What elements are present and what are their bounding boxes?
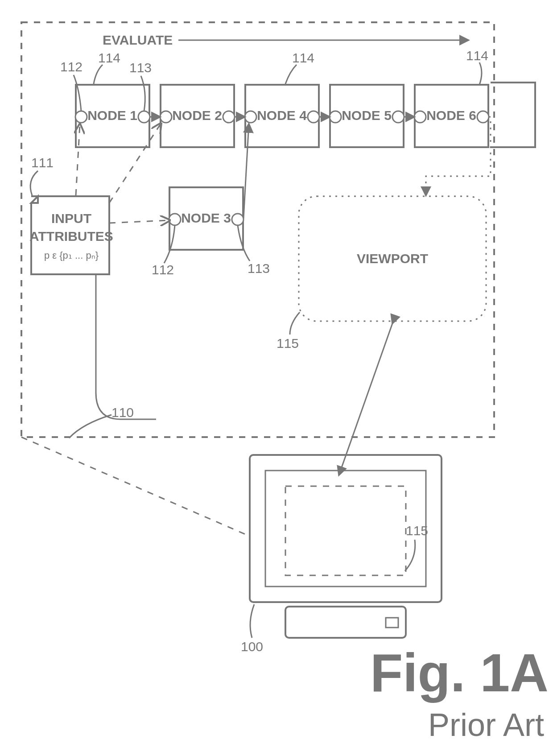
svg-text:NODE 4: NODE 4 <box>257 108 307 123</box>
svg-point-28 <box>160 111 172 123</box>
svg-point-40 <box>414 111 426 123</box>
edge-input-n3 <box>109 220 169 223</box>
svg-point-44 <box>169 214 181 225</box>
svg-rect-51 <box>285 607 406 638</box>
svg-text:NODE 2: NODE 2 <box>172 108 222 123</box>
svg-text:INPUT: INPUT <box>51 211 91 226</box>
ref-113a: 113 <box>129 60 152 75</box>
ref-111: 111 <box>31 155 54 170</box>
monitor <box>250 455 442 638</box>
svg-point-32 <box>245 111 256 123</box>
diagram-svg: EVALUATE INPUT ATTRIBUTES p ε {p₁ ... pₙ… <box>0 0 553 756</box>
svg-point-29 <box>223 111 235 123</box>
viewport-monitor-link <box>339 323 392 475</box>
svg-text:p ε {p₁ ... pₙ}: p ε {p₁ ... pₙ} <box>44 250 99 261</box>
figure-subtitle: Prior Art <box>428 707 544 743</box>
svg-point-45 <box>232 214 243 225</box>
node-3: NODE 3 <box>169 187 243 250</box>
svg-text:VIEWPORT: VIEWPORT <box>357 251 428 266</box>
svg-point-41 <box>477 111 489 123</box>
ref-112b: 112 <box>152 262 174 277</box>
svg-point-33 <box>308 111 319 123</box>
ref-114a: 114 <box>98 50 120 65</box>
svg-rect-49 <box>265 471 426 587</box>
ref-113b: 113 <box>248 261 270 276</box>
figure-container: { "figure":{ "title":"Fig. 1A", "subtitl… <box>0 0 553 756</box>
frame-monitor-dash <box>21 437 248 535</box>
ref-115a: 115 <box>276 336 299 351</box>
svg-rect-50 <box>285 486 406 575</box>
ref-114c: 114 <box>466 48 488 63</box>
ref-114b: 114 <box>292 50 314 65</box>
svg-rect-52 <box>386 618 398 628</box>
svg-text:NODE 5: NODE 5 <box>342 108 392 123</box>
svg-point-36 <box>330 111 341 123</box>
ref-112a: 112 <box>60 59 83 74</box>
svg-text:NODE 3: NODE 3 <box>181 211 231 225</box>
ref-110: 110 <box>111 405 134 420</box>
svg-text:NODE 6: NODE 6 <box>426 108 476 123</box>
svg-text:NODE 1: NODE 1 <box>87 108 137 123</box>
svg-point-25 <box>138 111 150 123</box>
svg-point-24 <box>75 111 87 123</box>
ref-100: 100 <box>241 639 263 654</box>
evaluate-label: EVALUATE <box>103 33 173 47</box>
svg-point-37 <box>392 111 404 123</box>
input-attributes: INPUT ATTRIBUTES p ε {p₁ ... pₙ} <box>29 196 113 274</box>
ref-115b: 115 <box>406 523 428 538</box>
figure-title: Fig. 1A <box>370 643 549 703</box>
svg-text:ATTRIBUTES: ATTRIBUTES <box>29 229 113 244</box>
